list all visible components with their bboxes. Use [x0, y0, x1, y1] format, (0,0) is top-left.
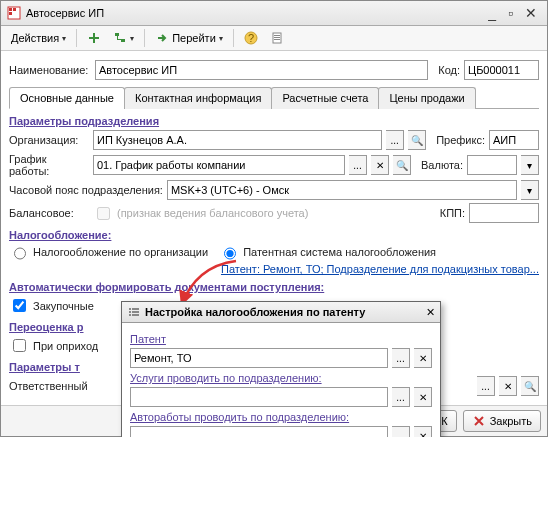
tab-prices[interactable]: Цены продажи — [378, 87, 475, 109]
close-icon — [472, 414, 486, 428]
help-button[interactable]: ? — [240, 29, 262, 47]
toolbar: Действия ▾ ▾ Перейти ▾ ? — [1, 26, 547, 51]
prefix-label: Префикс: — [436, 134, 485, 146]
tz-label: Часовой пояс подразделения: — [9, 184, 163, 196]
svg-rect-14 — [274, 37, 280, 38]
go-button[interactable]: Перейти ▾ — [151, 29, 227, 47]
svg-rect-13 — [274, 35, 280, 36]
popup-services-input[interactable] — [130, 387, 388, 407]
add-button[interactable] — [83, 29, 105, 47]
org-select-button[interactable]: ... — [386, 130, 404, 150]
receipt-label: При оприход — [33, 340, 98, 352]
tz-dropdown-button[interactable]: ▾ — [521, 180, 539, 200]
svg-rect-21 — [132, 308, 139, 310]
svg-rect-22 — [132, 311, 139, 313]
popup-services-label: Услуги проводить по подразделению: — [130, 372, 432, 384]
tax-settings-popup: Настройка налогообложения по патенту ✕ П… — [121, 301, 441, 437]
org-input[interactable] — [93, 130, 382, 150]
svg-rect-20 — [129, 314, 131, 316]
prefix-input[interactable] — [489, 130, 539, 150]
hierarchy-icon — [113, 31, 127, 45]
svg-rect-18 — [129, 308, 131, 310]
schedule-open-button[interactable]: 🔍 — [393, 155, 411, 175]
popup-patent-clear-button[interactable]: ✕ — [414, 348, 432, 368]
svg-rect-2 — [13, 8, 16, 11]
schedule-select-button[interactable]: ... — [349, 155, 367, 175]
svg-rect-3 — [9, 12, 12, 15]
currency-label: Валюта: — [421, 159, 463, 171]
currency-input[interactable] — [467, 155, 517, 175]
popup-title: Настройка налогообложения по патенту — [145, 306, 365, 318]
org-label: Организация: — [9, 134, 89, 146]
popup-services-select-button[interactable]: ... — [392, 387, 410, 407]
schedule-clear-button[interactable]: ✕ — [371, 155, 389, 175]
auto-title: Автоматически формировать документами по… — [9, 281, 539, 293]
popup-autoworks-label: Автоработы проводить по подразделению: — [130, 411, 432, 423]
popup-autoworks-clear-button[interactable]: ✕ — [414, 426, 432, 437]
tab-contact[interactable]: Контактная информация — [124, 87, 272, 109]
responsible-clear-button[interactable]: ✕ — [499, 376, 517, 396]
code-input[interactable] — [464, 60, 539, 80]
purchase-label: Закупочные — [33, 300, 94, 312]
purchase-checkbox[interactable] — [13, 299, 26, 312]
svg-rect-9 — [121, 39, 125, 42]
minimize-button[interactable]: _ — [484, 5, 500, 21]
balance-note: (признак ведения балансового учета) — [117, 207, 308, 219]
svg-rect-7 — [117, 36, 118, 39]
document-icon — [270, 31, 284, 45]
org-open-button[interactable]: 🔍 — [408, 130, 426, 150]
hierarchy-button[interactable]: ▾ — [109, 29, 138, 47]
svg-text:?: ? — [248, 32, 254, 44]
close-button[interactable]: ✕ — [521, 5, 541, 21]
responsible-select-button[interactable]: ... — [477, 376, 495, 396]
tax-title: Налогообложение: — [9, 229, 539, 241]
svg-rect-23 — [132, 314, 139, 316]
help-icon: ? — [244, 31, 258, 45]
name-label: Наименование: — [9, 64, 91, 76]
tz-input[interactable] — [167, 180, 517, 200]
balance-label: Балансовое: — [9, 207, 89, 219]
svg-rect-15 — [274, 39, 280, 40]
svg-rect-1 — [9, 8, 12, 11]
report-button[interactable] — [266, 29, 288, 47]
tax-radio-org[interactable] — [14, 247, 26, 260]
responsible-open-button[interactable]: 🔍 — [521, 376, 539, 396]
currency-dropdown-button[interactable]: ▾ — [521, 155, 539, 175]
tab-main[interactable]: Основные данные — [9, 87, 125, 109]
arrow-right-icon — [155, 31, 169, 45]
close-button[interactable]: Закрыть — [463, 410, 541, 432]
tax-radio-patent[interactable] — [224, 247, 236, 260]
svg-rect-19 — [129, 311, 131, 313]
popup-patent-input[interactable] — [130, 348, 388, 368]
dropdown-icon: ▾ — [62, 34, 66, 43]
list-icon — [127, 305, 141, 319]
window-title: Автосервис ИП — [26, 7, 104, 19]
maximize-button[interactable]: ▫ — [504, 5, 517, 21]
popup-services-clear-button[interactable]: ✕ — [414, 387, 432, 407]
tax-radio-patent-label: Патентная система налогообложения — [243, 246, 436, 258]
schedule-label: График работы: — [9, 153, 89, 177]
params-title: Параметры подразделения — [9, 115, 539, 127]
plus-icon — [87, 31, 101, 45]
popup-patent-select-button[interactable]: ... — [392, 348, 410, 368]
popup-patent-label: Патент — [130, 333, 432, 345]
dropdown-icon: ▾ — [130, 34, 134, 43]
actions-menu[interactable]: Действия ▾ — [7, 30, 70, 46]
balance-checkbox — [97, 207, 110, 220]
tab-accounts[interactable]: Расчетные счета — [271, 87, 379, 109]
popup-close-button[interactable]: ✕ — [426, 306, 435, 319]
titlebar: Автосервис ИП _ ▫ ✕ — [1, 1, 547, 26]
responsible-label: Ответственный — [9, 380, 99, 392]
receipt-checkbox[interactable] — [13, 339, 26, 352]
schedule-input[interactable] — [93, 155, 345, 175]
code-label: Код: — [438, 64, 460, 76]
app-icon — [7, 6, 21, 20]
dropdown-icon: ▾ — [219, 34, 223, 43]
popup-autoworks-select-button[interactable]: ... — [392, 426, 410, 437]
kpp-input[interactable] — [469, 203, 539, 223]
tax-radio-org-label: Налогообложение по организации — [33, 246, 208, 258]
tabs: Основные данные Контактная информация Ра… — [9, 86, 539, 109]
name-input[interactable] — [95, 60, 428, 80]
patent-link[interactable]: Патент: Ремонт, ТО; Подразделение для по… — [221, 263, 539, 275]
popup-autoworks-input[interactable] — [130, 426, 388, 437]
